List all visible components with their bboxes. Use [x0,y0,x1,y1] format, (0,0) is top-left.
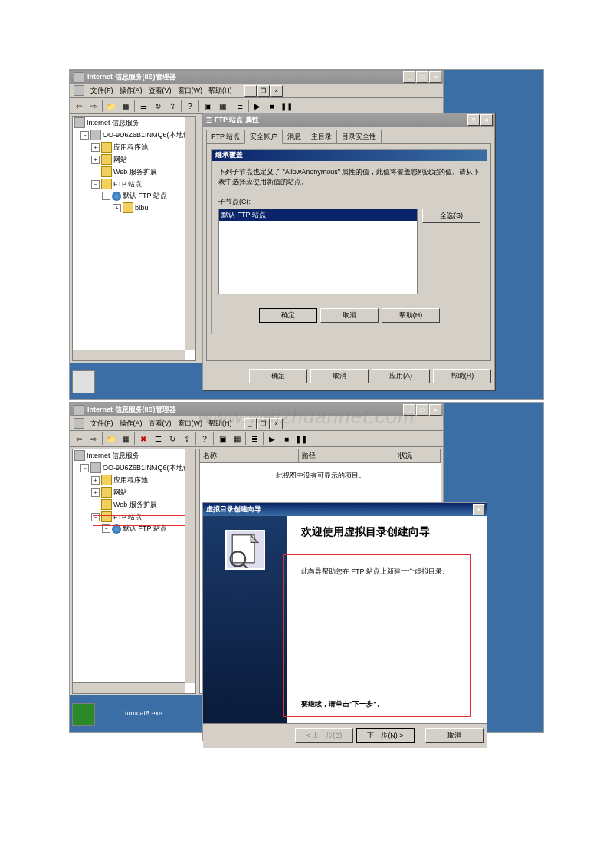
mdi-close[interactable]: × [270,85,283,97]
menu-view[interactable]: 查看(V) [149,419,172,429]
close-button[interactable]: × [429,404,441,416]
stop-button[interactable]: ■ [280,432,293,446]
maximize-button[interactable]: □ [416,71,428,83]
tab-home-dir[interactable]: 主目录 [306,130,337,143]
tab-ftp-site[interactable]: FTP 站点 [206,130,245,143]
properties-button[interactable]: ☰ [136,99,150,113]
prop-close-button[interactable]: × [480,114,493,126]
mdi-minimize[interactable]: _ [244,85,257,97]
folder-icon [101,499,112,510]
expand-icon[interactable]: − [80,131,89,140]
prop-apply-button[interactable]: 应用(A) [372,369,430,383]
back-button[interactable]: ⇦ [72,99,86,113]
wizard-close-button[interactable]: × [473,504,485,515]
col-path[interactable]: 路径 [299,449,395,462]
child-listbox[interactable]: 默认 FTP 站点 [218,209,418,294]
expand-icon[interactable]: + [91,476,100,485]
expand-icon[interactable]: − [80,464,89,472]
wizard-next-button[interactable]: 下一步(N) > [356,728,415,743]
inherit-cancel-button[interactable]: 取消 [320,308,379,323]
tool1-button[interactable]: ▣ [215,432,229,446]
refresh-button[interactable]: ↻ [166,432,179,446]
tree-scrollbar-v[interactable] [185,117,195,350]
tool2-button[interactable]: ▦ [230,432,244,446]
desktop-icon-2[interactable] [71,703,96,726]
tree-apppools[interactable]: 应用程序池 [113,143,148,153]
pause-button[interactable]: ❚❚ [294,432,308,446]
tree-apppools[interactable]: 应用程序池 [113,475,148,485]
forward-button[interactable]: ⇨ [87,99,100,113]
col-status[interactable]: 状况 [395,449,441,462]
tree-scrollbar-v[interactable] [185,449,195,683]
tree-pane[interactable]: Internet 信息服务 −OO-9U6Z6B1INMQ6(本地计 +应用程序… [72,116,196,361]
stop-button[interactable]: ■ [265,99,279,113]
menu-file[interactable]: 文件(F) [90,419,113,429]
tree-root[interactable]: Internet 信息服务 [87,118,139,128]
prop-cancel-button[interactable]: 取消 [310,369,369,383]
tree-webext[interactable]: Web 服务扩展 [113,167,157,177]
expand-icon[interactable]: − [91,180,100,189]
menu-help[interactable]: 帮助(H) [208,86,232,96]
folder-icon [123,202,133,213]
col-name[interactable]: 名称 [200,449,299,462]
wizard-cancel-button[interactable]: 取消 [425,728,484,743]
tree-ftpsites[interactable]: FTP 站点 [113,179,142,189]
close-button[interactable]: × [429,71,441,83]
back-button[interactable]: ⇦ [72,432,86,446]
forward-button[interactable]: ⇨ [87,432,100,446]
expand-icon[interactable]: + [91,143,100,152]
export-button[interactable]: ⇪ [180,432,194,446]
menu-view[interactable]: 查看(V) [149,86,172,96]
desktop-icon[interactable] [71,370,96,393]
tool1-button[interactable]: ▣ [201,99,215,113]
expand-icon[interactable]: − [102,192,110,200]
minimize-button[interactable]: _ [403,71,415,83]
expand-icon[interactable]: + [91,156,100,164]
tree-sites[interactable]: 网站 [113,155,127,165]
tree-root[interactable]: Internet 信息服务 [87,451,139,461]
menu-action[interactable]: 操作(A) [120,419,143,429]
tab-messages[interactable]: 消息 [282,130,306,143]
view-button[interactable]: ▦ [119,432,133,446]
tool3-button[interactable]: ≣ [247,432,261,446]
tool2-button[interactable]: ▦ [215,99,229,113]
tab-security-account[interactable]: 安全帐户 [244,130,283,144]
view-button[interactable]: ▦ [119,99,133,113]
inherit-help-button[interactable]: 帮助(H) [382,308,440,323]
prop-ok-button[interactable]: 确定 [249,369,307,383]
tree-btbu[interactable]: btbu [135,204,149,212]
up-button[interactable]: 📁 [104,432,118,446]
prop-help-button[interactable]: 帮助(H) [433,369,491,383]
menu-file[interactable]: 文件(F) [90,86,113,96]
tree-sites[interactable]: 网站 [113,488,127,498]
tree-host[interactable]: OO-9U6Z6B1INMQ6(本地计 [103,130,190,140]
list-item-selected[interactable]: 默认 FTP 站点 [219,209,417,221]
tree-scrollbar-h[interactable] [73,350,185,360]
mdi-restore[interactable]: ❐ [257,85,270,97]
play-button[interactable]: ▶ [265,432,279,446]
menu-window[interactable]: 窗口(W) [178,86,203,96]
pause-button[interactable]: ❚❚ [280,99,293,113]
up-button[interactable]: 📁 [104,99,118,113]
prop-help-button[interactable]: ? [467,114,480,126]
refresh-button[interactable]: ↻ [151,99,165,113]
tree-default-ftp[interactable]: 默认 FTP 站点 [123,191,167,201]
tree-host[interactable]: OO-9U6Z6B1INMQ6(本地计 [103,463,190,473]
maximize-button[interactable]: □ [416,404,428,416]
tab-dir-security[interactable]: 目录安全性 [336,130,382,143]
help-button[interactable]: ? [183,99,197,113]
tree-webext[interactable]: Web 服务扩展 [113,500,157,510]
play-button[interactable]: ▶ [251,99,264,113]
export-button[interactable]: ⇪ [166,99,179,113]
select-all-button[interactable]: 全选(S) [422,209,480,223]
help-button[interactable]: ? [198,432,211,446]
expand-icon[interactable]: + [113,204,121,212]
inherit-ok-button[interactable]: 确定 [259,308,317,323]
tree-pane-2[interactable]: Internet 信息服务 −OO-9U6Z6B1INMQ6(本地计 +应用程序… [72,449,196,694]
tool3-button[interactable]: ≣ [233,99,247,113]
delete-button[interactable]: ✖ [136,432,150,446]
menu-action[interactable]: 操作(A) [120,86,143,96]
properties-button[interactable]: ☰ [151,432,165,446]
expand-icon[interactable]: + [91,488,100,497]
tree-scrollbar-h[interactable] [73,682,185,693]
